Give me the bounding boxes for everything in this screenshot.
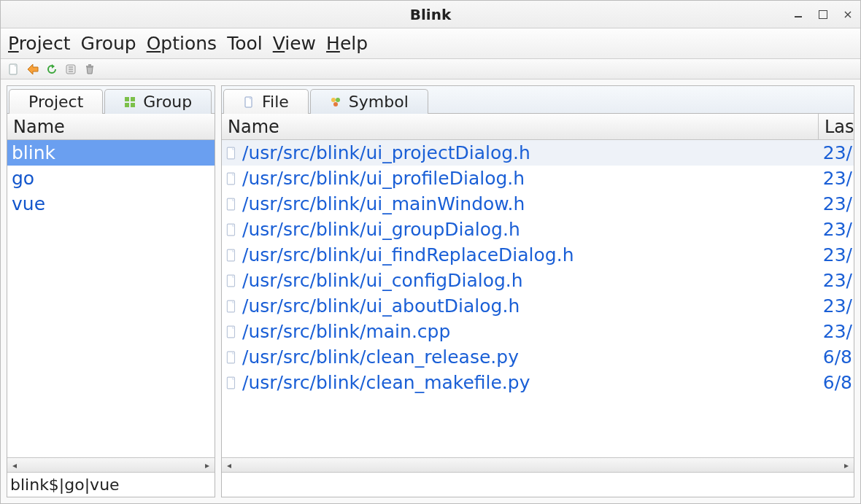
file-row[interactable]: /usr/src/blink/main.cpp23/ xyxy=(222,319,854,344)
scroll-right-icon[interactable]: ▸ xyxy=(201,460,213,471)
new-icon[interactable] xyxy=(8,63,20,75)
svg-rect-11 xyxy=(131,103,135,107)
file-path: /usr/src/blink/main.cpp xyxy=(242,321,819,342)
settings-icon[interactable] xyxy=(65,63,77,75)
file-list[interactable]: /usr/src/blink/ui_projectDialog.h23//usr… xyxy=(222,140,854,457)
file-row[interactable]: /usr/src/blink/clean_release.py6/8 xyxy=(222,344,854,370)
toolbar xyxy=(1,59,860,80)
project-name: go xyxy=(12,168,34,189)
svg-rect-9 xyxy=(131,97,135,101)
svg-point-14 xyxy=(331,98,336,102)
file-row[interactable]: /usr/src/blink/ui_profileDialog.h23/ xyxy=(222,166,854,191)
file-icon xyxy=(225,376,238,389)
file-icon xyxy=(225,249,238,262)
left-column-header: Name xyxy=(7,114,215,140)
group-icon xyxy=(124,96,136,108)
maximize-button[interactable] xyxy=(818,9,828,20)
scroll-right-icon[interactable]: ▸ xyxy=(841,460,852,471)
menu-project[interactable]: Project xyxy=(8,33,71,54)
project-row[interactable]: blink xyxy=(7,140,215,166)
file-date: 23/ xyxy=(819,321,854,342)
right-filter-container xyxy=(222,472,854,497)
app-window: Blink × Project Group Options Tool View … xyxy=(0,0,861,504)
svg-rect-8 xyxy=(125,97,129,101)
left-panel: Project Group Name blinkgovue ◂ ▸ xyxy=(7,85,215,497)
menu-help[interactable]: Help xyxy=(326,33,368,54)
trash-icon[interactable] xyxy=(84,63,96,75)
file-row[interactable]: /usr/src/blink/ui_groupDialog.h23/ xyxy=(222,217,854,242)
file-date: 23/ xyxy=(819,142,854,163)
left-filter-container xyxy=(7,472,215,497)
file-path: /usr/src/blink/ui_aboutDialog.h xyxy=(242,295,819,317)
file-filter-input[interactable] xyxy=(225,475,851,495)
tab-file-label: File xyxy=(262,93,289,111)
window-controls: × xyxy=(793,1,853,28)
file-icon xyxy=(225,147,238,160)
tab-file[interactable]: File xyxy=(223,89,309,114)
svg-point-15 xyxy=(336,98,340,102)
file-path: /usr/src/blink/ui_mainWindow.h xyxy=(242,193,819,214)
file-path: /usr/src/blink/ui_configDialog.h xyxy=(242,270,819,291)
refresh-icon[interactable] xyxy=(46,63,58,75)
file-icon xyxy=(225,300,238,313)
project-name: vue xyxy=(12,193,45,214)
symbol-icon xyxy=(330,96,341,108)
svg-rect-10 xyxy=(125,103,129,107)
tab-project-label: Project xyxy=(28,93,83,111)
file-date: 23/ xyxy=(819,295,854,317)
right-tabs: File Symbol xyxy=(222,86,854,114)
tab-group[interactable]: Group xyxy=(104,89,212,114)
file-icon xyxy=(225,325,238,338)
tab-project[interactable]: Project xyxy=(9,89,103,114)
file-path: /usr/src/blink/clean_makefile.py xyxy=(242,372,819,393)
project-row[interactable]: vue xyxy=(7,191,215,217)
file-icon xyxy=(225,223,238,236)
open-icon[interactable] xyxy=(27,63,39,75)
file-row[interactable]: /usr/src/blink/ui_findReplaceDialog.h23/ xyxy=(222,242,854,268)
right-column-header: Name Las xyxy=(222,114,854,140)
menu-group[interactable]: Group xyxy=(81,33,136,54)
menu-view[interactable]: View xyxy=(273,33,316,54)
svg-rect-7 xyxy=(88,64,91,66)
right-col-name[interactable]: Name xyxy=(222,114,819,139)
tab-symbol-label: Symbol xyxy=(349,93,409,111)
project-name: blink xyxy=(12,142,55,163)
right-panel: File Symbol Name Las /usr/src/blink/ui_p… xyxy=(221,85,854,497)
file-row[interactable]: /usr/src/blink/ui_configDialog.h23/ xyxy=(222,268,854,293)
file-row[interactable]: /usr/src/blink/ui_aboutDialog.h23/ xyxy=(222,293,854,319)
left-col-name[interactable]: Name xyxy=(7,114,215,139)
project-list[interactable]: blinkgovue xyxy=(7,140,215,457)
file-icon xyxy=(225,198,238,211)
right-col-last[interactable]: Las xyxy=(819,114,854,139)
titlebar: Blink × xyxy=(1,1,860,28)
project-row[interactable]: go xyxy=(7,166,215,191)
file-date: 23/ xyxy=(819,219,854,240)
file-row[interactable]: /usr/src/blink/ui_mainWindow.h23/ xyxy=(222,191,854,217)
file-icon xyxy=(225,172,238,185)
file-row[interactable]: /usr/src/blink/clean_makefile.py6/8 xyxy=(222,370,854,395)
left-tabs: Project Group xyxy=(7,86,215,114)
menu-options[interactable]: Options xyxy=(147,33,217,54)
menubar: Project Group Options Tool View Help xyxy=(1,28,860,59)
close-button[interactable]: × xyxy=(843,9,853,20)
file-date: 6/8 xyxy=(819,346,854,368)
project-filter-input[interactable] xyxy=(10,475,212,495)
scroll-left-icon[interactable]: ◂ xyxy=(223,460,235,471)
file-icon xyxy=(225,274,238,287)
tab-symbol[interactable]: Symbol xyxy=(310,89,428,114)
file-date: 23/ xyxy=(819,270,854,291)
menu-tool[interactable]: Tool xyxy=(227,33,263,54)
svg-point-16 xyxy=(333,102,338,106)
file-date: 6/8 xyxy=(819,372,854,393)
svg-rect-6 xyxy=(86,66,93,67)
file-path: /usr/src/blink/ui_profileDialog.h xyxy=(242,168,819,189)
minimize-button[interactable] xyxy=(793,9,803,20)
scroll-left-icon[interactable]: ◂ xyxy=(9,460,20,471)
file-icon xyxy=(243,96,255,108)
right-hscroll[interactable]: ◂ ▸ xyxy=(222,457,854,472)
file-date: 23/ xyxy=(819,168,854,189)
tab-group-label: Group xyxy=(143,93,192,111)
file-row[interactable]: /usr/src/blink/ui_projectDialog.h23/ xyxy=(222,140,854,166)
file-path: /usr/src/blink/ui_projectDialog.h xyxy=(242,142,819,163)
left-hscroll[interactable]: ◂ ▸ xyxy=(7,457,215,472)
